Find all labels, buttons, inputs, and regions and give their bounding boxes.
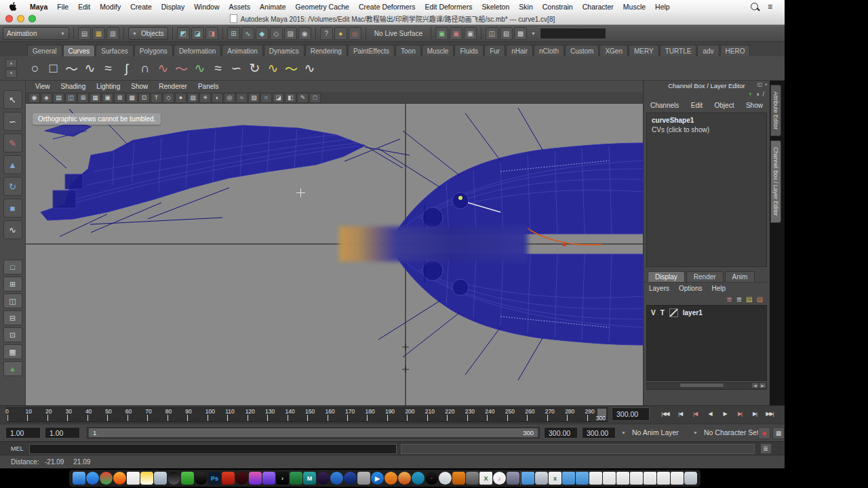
step-forward-key-button[interactable]: ▶| (749, 408, 761, 420)
quicktime[interactable] (195, 472, 208, 485)
go-to-end-button[interactable]: ▶▶| (764, 408, 776, 420)
go-to-start-button[interactable]: |◀◀ (659, 408, 671, 420)
save-scene-icon[interactable]: ▥ (106, 27, 119, 40)
nurbs-circle-icon[interactable]: ○ (26, 59, 44, 77)
step-forward-frame-button[interactable]: ▶| (734, 408, 746, 420)
detach-curves-icon[interactable]: ～ (172, 59, 191, 77)
snap-to-grid-icon[interactable]: ⊞ (227, 27, 240, 40)
folder-blue[interactable] (562, 472, 575, 485)
pencil-curve-tool-icon[interactable]: ʃ (117, 59, 136, 77)
shelf-tab[interactable]: Fur (484, 45, 505, 56)
document-window[interactable] (657, 472, 670, 485)
qq[interactable]: · (425, 472, 438, 485)
manip-pencil-icon[interactable]: / (762, 91, 764, 100)
channel-box-menu-item[interactable]: Object (715, 102, 734, 109)
select-object-icon[interactable]: ◪ (191, 27, 204, 40)
excel-doc[interactable]: X (479, 472, 492, 485)
shelf-tab[interactable]: Custom (565, 45, 599, 56)
insert-knot-icon[interactable]: ∿ (191, 59, 209, 77)
menubar-item[interactable]: Assets (224, 3, 256, 11)
menubar-item[interactable]: Muscle (618, 3, 650, 11)
rotate-tool[interactable]: ↻ (3, 177, 22, 196)
xray-icon[interactable]: ◧ (285, 93, 296, 103)
open-render-view-icon[interactable]: ▣ (435, 27, 448, 40)
viewport[interactable]: Orthographic views cannot be tumbled. (26, 104, 643, 405)
animation-start-field[interactable]: 1.00 (45, 427, 80, 439)
scroll-right-icon[interactable]: ▶ (760, 383, 766, 388)
attach-curves-icon[interactable]: ∿ (154, 59, 172, 77)
itunes[interactable]: ♪ (493, 472, 506, 485)
shelf-tab[interactable]: nHair (506, 45, 533, 56)
menubar-item[interactable]: Edit (73, 3, 95, 11)
select-hierarchy-icon[interactable]: ◩ (177, 27, 190, 40)
persp-view-button[interactable]: ▲ (3, 361, 22, 376)
pinwheel[interactable] (439, 472, 452, 485)
shelf-tab[interactable]: HERO (720, 45, 751, 56)
isolate-select-icon[interactable]: ◪ (273, 93, 284, 103)
lasso-select-tool[interactable]: ∽ (3, 112, 22, 131)
trash[interactable] (684, 472, 697, 485)
textured-icon[interactable]: ▧ (187, 93, 199, 103)
last-tool-used[interactable]: ∿ (3, 220, 22, 239)
layer-editor-menu-item[interactable]: Help (711, 285, 726, 292)
nurbs-square-icon[interactable]: □ (44, 59, 62, 77)
panel-menu-item[interactable]: Panels (193, 83, 224, 90)
wireframe-icon[interactable]: ◇ (163, 93, 174, 103)
menubar-item[interactable]: Create Deformers (354, 3, 420, 11)
single-pane-layout-button[interactable]: □ (3, 260, 22, 274)
terminal[interactable]: › (276, 472, 289, 485)
node-editor-icon[interactable]: ▧ (500, 27, 513, 40)
layer-move-down-icon[interactable]: ≣ (736, 296, 742, 303)
shelf-tab[interactable]: Surfaces (96, 45, 133, 56)
reverse-curve-icon[interactable]: ↻ (245, 59, 264, 77)
rebuild-curve-icon[interactable]: ∿ (264, 59, 282, 77)
dictionary[interactable] (452, 472, 465, 485)
gray-tool[interactable] (357, 472, 370, 485)
selection-highlight-icon[interactable]: ◎ (349, 27, 361, 40)
multisample-icon[interactable]: ▨ (248, 93, 260, 103)
chrome[interactable] (100, 472, 113, 485)
channel-box-menu-item[interactable]: Edit (691, 102, 703, 109)
add-points-tool-icon[interactable]: ～ (282, 59, 300, 77)
playback-start-field[interactable]: 1.00 (5, 427, 41, 439)
paint-select-tool[interactable]: ✎ (3, 134, 22, 152)
play-backwards-button[interactable]: ◀ (704, 408, 716, 420)
current-time-field[interactable]: 300.00 (612, 407, 650, 421)
maya-m[interactable]: M (303, 472, 316, 485)
folder-blue[interactable] (576, 472, 589, 485)
panel-menu-item[interactable]: Lighting (91, 83, 125, 90)
snapshot-icon[interactable]: □ (309, 93, 321, 103)
shadows-icon[interactable]: ◐ (212, 93, 223, 103)
command-line-label[interactable]: MEL (11, 445, 24, 452)
cv-curve-tool-icon[interactable]: ～ (62, 59, 81, 77)
photoshop[interactable]: Ps (208, 472, 221, 485)
new-scene-icon[interactable]: ▤ (78, 27, 91, 40)
new-layer-from-selected-icon[interactable]: ▤ (757, 296, 763, 303)
manip-axes-icon[interactable]: + (749, 91, 752, 100)
selection-mask-dropdown[interactable]: ▼Objects (128, 27, 168, 40)
play-forwards-button[interactable]: ▶ (719, 408, 731, 420)
open-scene-icon[interactable]: ▦ (92, 27, 105, 40)
orange-ring[interactable] (384, 472, 397, 485)
document-window[interactable] (616, 472, 629, 485)
menubar-item[interactable]: Edit Deformers (420, 3, 477, 11)
four-pane-layout-button[interactable]: ⊞ (3, 277, 22, 291)
quick-selection-field[interactable] (540, 28, 606, 39)
menubar-item[interactable]: Display (157, 3, 189, 11)
panel-menu-item[interactable]: Shading (56, 83, 92, 90)
range-slider-handle[interactable]: 1 300 (89, 428, 538, 437)
menubar-item[interactable]: Maya (25, 3, 52, 11)
panel-menu-item[interactable]: Show (125, 83, 153, 90)
two-panes-icon[interactable]: ◫ (65, 93, 77, 103)
media-player[interactable]: ▶ (371, 472, 384, 485)
layer-editor-tab[interactable]: Anim (725, 271, 755, 282)
scale-tool[interactable]: ■ (3, 199, 22, 218)
layer-scrollbar[interactable]: ◀▶ (646, 382, 767, 390)
menubar-item[interactable]: Modify (95, 3, 125, 11)
document-window[interactable] (630, 472, 643, 485)
scroll-left-icon[interactable]: ◀ (752, 383, 758, 388)
menubar-item[interactable]: Skeleton (477, 3, 514, 11)
safe-action-icon[interactable]: ⊡ (138, 93, 150, 103)
node-name[interactable]: curveShape1 (652, 117, 762, 124)
dock-divider[interactable] (520, 471, 521, 485)
